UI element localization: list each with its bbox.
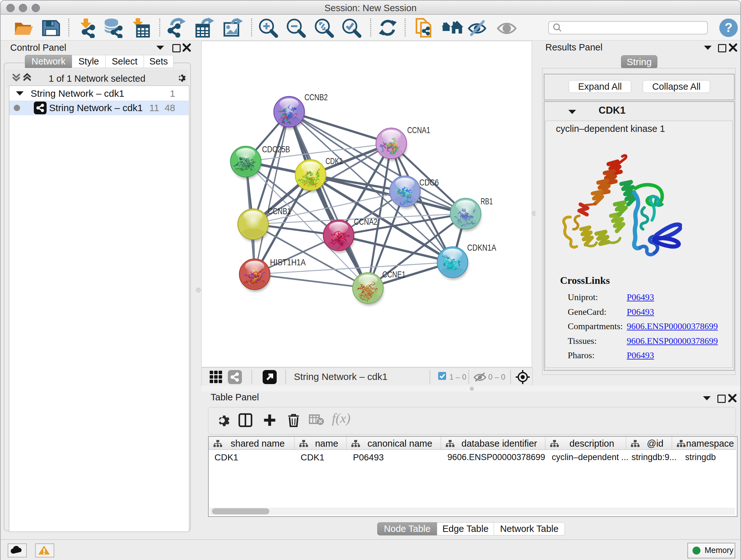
svg-text:CCNE1: CCNE1 (382, 269, 406, 279)
svg-text:HIST1H1A: HIST1H1A (270, 257, 306, 267)
svg-text:CCNB1: CCNB1 (268, 206, 291, 216)
svg-text:CCNB2: CCNB2 (305, 92, 328, 102)
svg-text:RB1: RB1 (481, 196, 493, 206)
svg-text:CDC25B: CDC25B (262, 144, 290, 154)
svg-text:CCNA1: CCNA1 (407, 125, 430, 135)
svg-text:?: ? (725, 20, 732, 35)
svg-text:CDK1: CDK1 (326, 156, 343, 166)
svg-text:CDC6: CDC6 (419, 178, 439, 187)
svg-text:CDKN1A: CDKN1A (467, 243, 496, 253)
svg-text:CCNA2: CCNA2 (354, 217, 378, 227)
